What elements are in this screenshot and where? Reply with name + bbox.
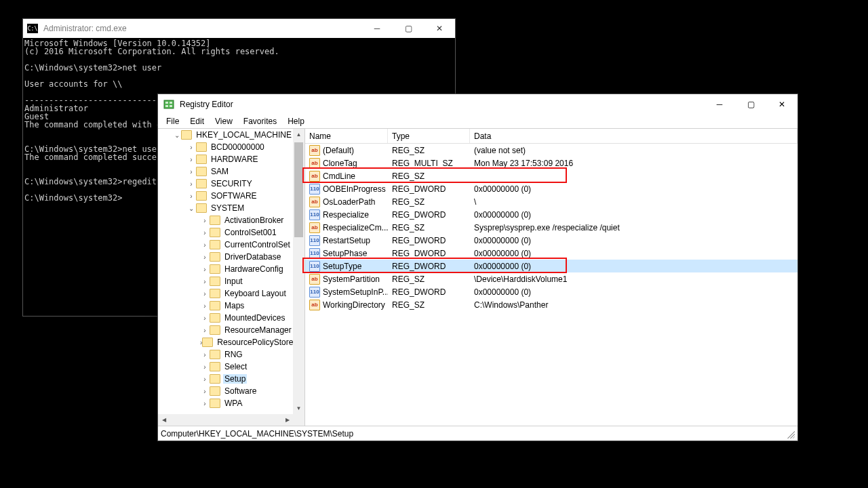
regedit-window[interactable]: Registry Editor ─ ▢ ✕ FileEditViewFavori… — [157, 94, 798, 441]
expander-icon[interactable]: › — [200, 241, 210, 249]
expander-icon[interactable]: › — [200, 278, 210, 285]
col-name[interactable]: Name — [305, 129, 388, 143]
tree-node-select[interactable]: ›Select — [158, 361, 293, 373]
tree-node-hardwareconfig[interactable]: ›HardwareConfig — [158, 263, 293, 275]
menu-file[interactable]: File — [161, 115, 184, 127]
tree-node-resourcepolicystore[interactable]: ›ResourcePolicyStore — [158, 336, 293, 348]
value-name: SystemSetupInP... — [323, 287, 388, 297]
tree-node-maps[interactable]: ›Maps — [158, 300, 293, 312]
maximize-button[interactable]: ▢ — [735, 94, 766, 115]
expander-icon[interactable]: › — [200, 290, 210, 298]
menu-view[interactable]: View — [210, 115, 238, 127]
expander-icon[interactable]: › — [200, 375, 210, 383]
menu-edit[interactable]: Edit — [184, 115, 210, 127]
tree-node-hardware[interactable]: ›HARDWARE — [158, 153, 293, 165]
scroll-down-icon[interactable]: ▼ — [293, 403, 304, 414]
value-type: REG_DWORD — [388, 184, 470, 194]
expander-icon[interactable]: › — [200, 400, 210, 407]
expander-icon[interactable]: ⌄ — [186, 205, 196, 212]
tree-node-software[interactable]: ›Software — [158, 385, 293, 397]
close-button[interactable]: ✕ — [424, 19, 455, 38]
value-row[interactable]: ab(Default)REG_SZ(value not set) — [305, 144, 797, 157]
expander-icon[interactable]: › — [200, 327, 210, 334]
maximize-button[interactable]: ▢ — [393, 19, 424, 38]
scroll-thumb[interactable] — [294, 142, 303, 237]
value-row[interactable]: abOsLoaderPathREG_SZ\ — [305, 195, 797, 208]
menu-favorites[interactable]: Favorites — [238, 115, 282, 127]
expander-icon[interactable]: › — [200, 217, 210, 224]
expander-icon[interactable]: › — [186, 168, 196, 176]
expander-icon[interactable]: › — [186, 156, 196, 163]
value-row[interactable]: 110RespecializeREG_DWORD0x00000000 (0) — [305, 208, 797, 221]
tree-node-setup[interactable]: ›Setup — [158, 373, 293, 385]
minimize-button[interactable]: ─ — [704, 94, 735, 115]
scroll-right-icon[interactable]: ▶ — [281, 414, 293, 426]
expander-icon[interactable]: › — [200, 302, 210, 310]
tree-node-keyboard-layout[interactable]: ›Keyboard Layout — [158, 287, 293, 300]
value-row[interactable]: 110SystemSetupInP...REG_DWORD0x00000000 … — [305, 285, 797, 298]
tree-node-software[interactable]: ›SOFTWARE — [158, 190, 293, 202]
registry-tree[interactable]: ⌄HKEY_LOCAL_MACHINE›BCD00000000›HARDWARE… — [158, 129, 305, 426]
tree-node-hkey_local_machine[interactable]: ⌄HKEY_LOCAL_MACHINE — [158, 129, 293, 141]
value-list[interactable]: Name Type Data ab(Default)REG_SZ(value n… — [305, 129, 797, 426]
value-row[interactable]: 110SetupTypeREG_DWORD0x00000000 (0) — [305, 260, 797, 272]
folder-icon — [181, 130, 192, 140]
tree-node-currentcontrolset[interactable]: ›CurrentControlSet — [158, 239, 293, 251]
tree-node-bcd00000000[interactable]: ›BCD00000000 — [158, 141, 293, 153]
value-row[interactable]: 110RestartSetupREG_DWORD0x00000000 (0) — [305, 234, 797, 247]
tree-node-sam[interactable]: ›SAM — [158, 165, 293, 178]
regedit-titlebar[interactable]: Registry Editor ─ ▢ ✕ — [158, 94, 797, 115]
tree-node-rng[interactable]: ›RNG — [158, 348, 293, 361]
value-row[interactable]: 110SetupPhaseREG_DWORD0x00000000 (0) — [305, 247, 797, 260]
scroll-up-icon[interactable]: ▲ — [293, 129, 304, 140]
expander-icon[interactable]: › — [186, 144, 196, 151]
resize-grip-icon[interactable] — [785, 429, 795, 439]
value-row[interactable]: abCloneTagREG_MULTI_SZMon May 23 17:53:0… — [305, 157, 797, 169]
value-row[interactable]: abSystemPartitionREG_SZ\Device\HarddiskV… — [305, 272, 797, 285]
tree-node-wpa[interactable]: ›WPA — [158, 397, 293, 409]
close-button[interactable]: ✕ — [766, 94, 797, 115]
value-row[interactable]: abCmdLineREG_SZ — [305, 169, 797, 182]
tree-hscrollbar[interactable]: ◀ ▶ — [158, 414, 293, 426]
expander-icon[interactable]: › — [200, 388, 210, 395]
value-row[interactable]: 110OOBEInProgressREG_DWORD0x00000000 (0) — [305, 182, 797, 195]
folder-icon — [210, 301, 220, 310]
expander-icon[interactable]: › — [186, 192, 196, 200]
tree-label: SAM — [210, 167, 230, 176]
status-bar: Computer\HKEY_LOCAL_MACHINE\SYSTEM\Setup — [158, 426, 797, 441]
expander-icon[interactable]: › — [200, 363, 210, 371]
cmd-titlebar[interactable]: C:\ Administrator: cmd.exe ─ ▢ ✕ — [23, 19, 455, 38]
folder-icon — [210, 277, 220, 286]
value-row[interactable]: abRespecializeCm...REG_SZSysprep\sysprep… — [305, 221, 797, 234]
value-row[interactable]: abWorkingDirectoryREG_SZC:\Windows\Panth… — [305, 298, 797, 311]
expander-icon[interactable]: › — [200, 314, 210, 322]
tree-node-system[interactable]: ⌄SYSTEM — [158, 202, 293, 214]
cmd-icon: C:\ — [27, 24, 38, 33]
expander-icon[interactable]: ⌄ — [173, 131, 181, 139]
tree-node-controlset001[interactable]: ›ControlSet001 — [158, 226, 293, 239]
col-data[interactable]: Data — [470, 129, 797, 143]
col-type[interactable]: Type — [388, 129, 470, 143]
folder-icon — [210, 252, 220, 262]
value-data: \Device\HarddiskVolume1 — [470, 274, 797, 284]
tree-node-driverdatabase[interactable]: ›DriverDatabase — [158, 251, 293, 263]
expander-icon[interactable]: › — [200, 351, 210, 359]
value-name: OOBEInProgress — [323, 184, 386, 194]
tree-vscrollbar[interactable]: ▲ ▼ — [293, 129, 304, 426]
tree-label: SOFTWARE — [210, 191, 258, 201]
expander-icon[interactable]: › — [200, 229, 210, 237]
tree-node-mounteddevices[interactable]: ›MountedDevices — [158, 312, 293, 324]
expander-icon[interactable]: › — [200, 253, 210, 261]
tree-node-security[interactable]: ›SECURITY — [158, 178, 293, 190]
svg-rect-2 — [165, 105, 168, 107]
menu-help[interactable]: Help — [282, 115, 310, 127]
expander-icon[interactable]: › — [186, 180, 196, 188]
tree-label: Software — [223, 386, 258, 396]
folder-icon — [210, 240, 220, 249]
expander-icon[interactable]: › — [200, 266, 210, 273]
tree-node-resourcemanager[interactable]: ›ResourceManager — [158, 324, 293, 336]
scroll-left-icon[interactable]: ◀ — [158, 414, 170, 426]
minimize-button[interactable]: ─ — [361, 19, 393, 38]
tree-node-input[interactable]: ›Input — [158, 275, 293, 287]
tree-node-activationbroker[interactable]: ›ActivationBroker — [158, 214, 293, 226]
